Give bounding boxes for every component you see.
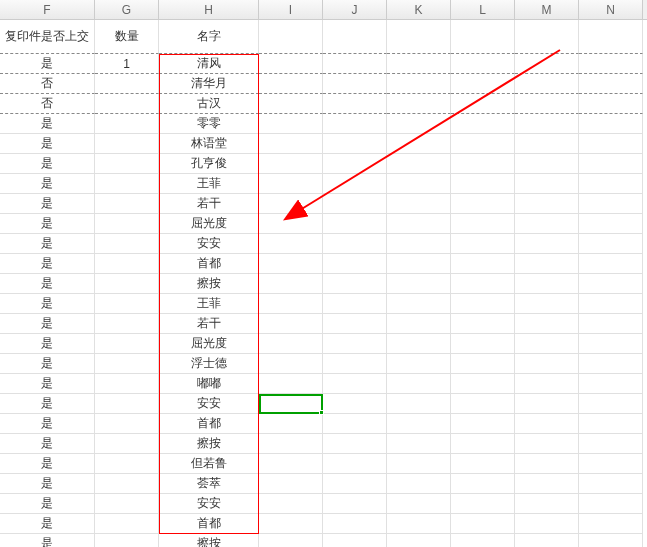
cell-N-14[interactable] <box>579 314 643 334</box>
column-header-N[interactable]: N <box>579 0 643 19</box>
cell-J-15[interactable] <box>323 334 387 354</box>
cell-L-11[interactable] <box>451 254 515 274</box>
cell-F-23[interactable]: 是 <box>0 494 95 514</box>
cell-L-14[interactable] <box>451 314 515 334</box>
cell-N-2[interactable] <box>579 74 643 94</box>
cell-I-25[interactable] <box>259 534 323 547</box>
cell-I-22[interactable] <box>259 474 323 494</box>
cell-G-15[interactable] <box>95 334 159 354</box>
cell-G-1[interactable]: 1 <box>95 54 159 74</box>
cell-G-6[interactable] <box>95 154 159 174</box>
cell-I-18[interactable] <box>259 394 323 414</box>
cell-I-8[interactable] <box>259 194 323 214</box>
cell-J-12[interactable] <box>323 274 387 294</box>
cell-M-18[interactable] <box>515 394 579 414</box>
cell-G-10[interactable] <box>95 234 159 254</box>
cell-K-15[interactable] <box>387 334 451 354</box>
cell-K-5[interactable] <box>387 134 451 154</box>
cell-J-2[interactable] <box>323 74 387 94</box>
cell-M-header[interactable] <box>515 20 579 54</box>
cell-M-4[interactable] <box>515 114 579 134</box>
cell-F-14[interactable]: 是 <box>0 314 95 334</box>
cell-N-9[interactable] <box>579 214 643 234</box>
cell-N-19[interactable] <box>579 414 643 434</box>
cell-K-9[interactable] <box>387 214 451 234</box>
cell-K-3[interactable] <box>387 94 451 114</box>
cell-K-18[interactable] <box>387 394 451 414</box>
cell-K-11[interactable] <box>387 254 451 274</box>
cell-H-11[interactable]: 首都 <box>159 254 259 274</box>
cell-F-5[interactable]: 是 <box>0 134 95 154</box>
cell-L-17[interactable] <box>451 374 515 394</box>
cell-J-10[interactable] <box>323 234 387 254</box>
cell-K-header[interactable] <box>387 20 451 54</box>
cell-M-19[interactable] <box>515 414 579 434</box>
cell-N-4[interactable] <box>579 114 643 134</box>
cell-G-25[interactable] <box>95 534 159 547</box>
cell-K-13[interactable] <box>387 294 451 314</box>
cell-F-17[interactable]: 是 <box>0 374 95 394</box>
cell-F-2[interactable]: 否 <box>0 74 95 94</box>
cell-K-6[interactable] <box>387 154 451 174</box>
cell-G-12[interactable] <box>95 274 159 294</box>
cell-I-header[interactable] <box>259 20 323 54</box>
cell-I-4[interactable] <box>259 114 323 134</box>
cell-F-1[interactable]: 是 <box>0 54 95 74</box>
cell-G-11[interactable] <box>95 254 159 274</box>
cell-L-18[interactable] <box>451 394 515 414</box>
column-header-K[interactable]: K <box>387 0 451 19</box>
cell-J-22[interactable] <box>323 474 387 494</box>
cell-L-23[interactable] <box>451 494 515 514</box>
cell-I-6[interactable] <box>259 154 323 174</box>
cell-J-16[interactable] <box>323 354 387 374</box>
cell-H-9[interactable]: 屈光度 <box>159 214 259 234</box>
cell-I-15[interactable] <box>259 334 323 354</box>
cell-J-17[interactable] <box>323 374 387 394</box>
cell-H-25[interactable]: 擦按 <box>159 534 259 547</box>
cell-L-16[interactable] <box>451 354 515 374</box>
cell-M-21[interactable] <box>515 454 579 474</box>
cell-H-3[interactable]: 古汉 <box>159 94 259 114</box>
cell-I-3[interactable] <box>259 94 323 114</box>
cell-G-7[interactable] <box>95 174 159 194</box>
cell-H-10[interactable]: 安安 <box>159 234 259 254</box>
cell-J-25[interactable] <box>323 534 387 547</box>
cell-L-24[interactable] <box>451 514 515 534</box>
cell-J-6[interactable] <box>323 154 387 174</box>
cell-G-16[interactable] <box>95 354 159 374</box>
cell-I-5[interactable] <box>259 134 323 154</box>
cell-F-19[interactable]: 是 <box>0 414 95 434</box>
cell-N-11[interactable] <box>579 254 643 274</box>
cell-I-9[interactable] <box>259 214 323 234</box>
cell-M-3[interactable] <box>515 94 579 114</box>
cell-M-23[interactable] <box>515 494 579 514</box>
cell-N-25[interactable] <box>579 534 643 547</box>
cell-H-23[interactable]: 安安 <box>159 494 259 514</box>
cell-G-2[interactable] <box>95 74 159 94</box>
cell-H-1[interactable]: 清风 <box>159 54 259 74</box>
cell-F-16[interactable]: 是 <box>0 354 95 374</box>
cell-F-13[interactable]: 是 <box>0 294 95 314</box>
cell-H-5[interactable]: 林语堂 <box>159 134 259 154</box>
cell-M-6[interactable] <box>515 154 579 174</box>
cell-F-15[interactable]: 是 <box>0 334 95 354</box>
cell-N-header[interactable] <box>579 20 643 54</box>
cell-I-17[interactable] <box>259 374 323 394</box>
cell-I-13[interactable] <box>259 294 323 314</box>
cell-M-24[interactable] <box>515 514 579 534</box>
cell-F-20[interactable]: 是 <box>0 434 95 454</box>
cell-J-1[interactable] <box>323 54 387 74</box>
cell-M-11[interactable] <box>515 254 579 274</box>
cell-L-7[interactable] <box>451 174 515 194</box>
cell-G-3[interactable] <box>95 94 159 114</box>
column-header-G[interactable]: G <box>95 0 159 19</box>
column-header-J[interactable]: J <box>323 0 387 19</box>
cell-H-6[interactable]: 孔亨俊 <box>159 154 259 174</box>
cell-H-19[interactable]: 首都 <box>159 414 259 434</box>
cell-I-16[interactable] <box>259 354 323 374</box>
cell-M-15[interactable] <box>515 334 579 354</box>
cell-M-14[interactable] <box>515 314 579 334</box>
cell-N-20[interactable] <box>579 434 643 454</box>
cell-G-9[interactable] <box>95 214 159 234</box>
cell-H-22[interactable]: 荟萃 <box>159 474 259 494</box>
